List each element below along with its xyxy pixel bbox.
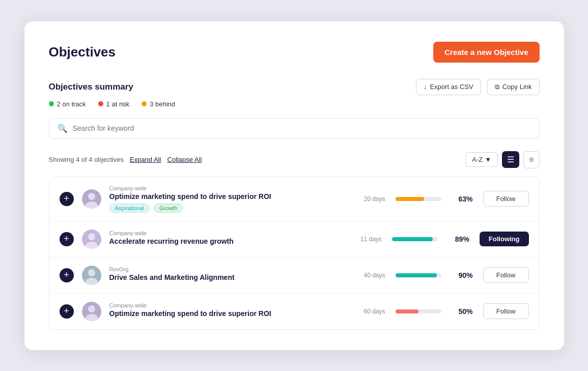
expand-all-link[interactable]: Expand All (130, 156, 161, 163)
objectives-list: + Company-wide Optimize marketing spend … (49, 177, 540, 330)
objective-org: Company-wide (109, 185, 353, 191)
progress-bar (396, 273, 437, 277)
follow-button[interactable]: Follow (483, 303, 529, 319)
objective-title: Optimize marketing spend to drive superi… (109, 309, 353, 318)
main-card: Objectives Create a new Objective Object… (24, 21, 564, 350)
avatar (82, 230, 101, 249)
objective-percent: 89% (448, 235, 469, 243)
progress-bar-wrap (396, 309, 441, 313)
svg-point-1 (86, 202, 98, 209)
summary-title: Objectives summary (49, 82, 133, 92)
copy-icon: ⧉ (495, 83, 499, 91)
svg-point-2 (88, 233, 95, 240)
objective-percent: 63% (452, 195, 473, 203)
list-view-button[interactable]: ≡ (523, 151, 539, 168)
collapse-all-link[interactable]: Collapse All (167, 156, 202, 163)
showing-text: Showing 4 of 4 objectives (49, 156, 124, 163)
objectives-summary: Objectives summary ↓ Export as CSV ⧉ Cop… (49, 79, 540, 108)
objective-org: Company-wide (109, 230, 349, 236)
svg-point-5 (86, 278, 98, 285)
objective-days: 11 days (357, 236, 382, 243)
summary-actions: ↓ Export as CSV ⧉ Copy Link (416, 79, 540, 95)
svg-point-7 (86, 314, 98, 321)
objective-info: Company-wide Accelerate recurring revenu… (109, 230, 349, 248)
objective-tags: AspirationalGrowth (109, 204, 353, 213)
tag-growth: Growth (154, 204, 183, 213)
tag-aspirational: Aspirational (109, 204, 150, 213)
objective-info: Company-wide Optimize marketing spend to… (109, 185, 353, 213)
add-objective-icon[interactable]: + (60, 192, 74, 206)
at-risk-stat: 1 at risk (98, 100, 130, 108)
svg-point-0 (88, 193, 95, 200)
objective-percent: 90% (452, 271, 473, 279)
summary-header: Objectives summary ↓ Export as CSV ⧉ Cop… (49, 79, 540, 95)
search-input[interactable] (73, 124, 531, 132)
behind-stat: 3 behind (142, 100, 175, 108)
download-icon: ↓ (424, 83, 427, 91)
avatar (82, 302, 101, 321)
at-risk-dot (98, 101, 103, 106)
search-icon: 🔍 (58, 124, 68, 133)
svg-point-4 (88, 269, 95, 276)
toolbar-right: A-Z ▼ ☰ ≡ (465, 151, 539, 168)
progress-bar-wrap (396, 273, 441, 277)
add-objective-icon[interactable]: + (60, 304, 74, 319)
sort-button[interactable]: A-Z ▼ (465, 152, 498, 167)
objective-info: Company-wide Optimize marketing spend to… (109, 302, 353, 321)
objective-info: RevOrg Drive Sales and Marketing Alignme… (109, 266, 353, 284)
table-row: + RevOrg Drive Sales and Marketing Align… (49, 258, 539, 294)
avatar (82, 266, 101, 285)
svg-point-3 (86, 242, 98, 249)
export-csv-button[interactable]: ↓ Export as CSV (416, 79, 481, 95)
chevron-down-icon: ▼ (485, 156, 491, 163)
toolbar: Showing 4 of 4 objectives Expand All Col… (49, 151, 540, 168)
summary-stats: 2 on track 1 at risk 3 behind (49, 100, 540, 108)
table-row: + Company-wide Optimize marketing spend … (49, 177, 539, 221)
objective-org: RevOrg (109, 266, 353, 272)
objective-percent: 50% (452, 307, 473, 316)
progress-bar-wrap (396, 197, 441, 201)
objective-days: 60 days (361, 308, 385, 315)
follow-button[interactable]: Follow (483, 191, 529, 207)
table-row: + Company-wide Accelerate recurring reve… (49, 221, 539, 258)
follow-button[interactable]: Follow (483, 267, 529, 283)
objective-meta: 40 days 90% Follow (361, 267, 529, 283)
svg-point-6 (88, 305, 95, 312)
on-track-dot (49, 101, 54, 106)
objective-meta: 20 days 63% Follow (361, 191, 529, 207)
add-objective-icon[interactable]: + (60, 232, 74, 246)
objective-org: Company-wide (109, 302, 353, 308)
on-track-stat: 2 on track (49, 100, 86, 108)
behind-dot (142, 101, 147, 106)
progress-bar (392, 237, 433, 241)
list-view-active-button[interactable]: ☰ (502, 151, 519, 168)
page-header: Objectives Create a new Objective (49, 42, 540, 63)
avatar (82, 189, 101, 209)
objective-title: Accelerate recurring revenue growth (109, 237, 349, 245)
toolbar-left: Showing 4 of 4 objectives Expand All Col… (49, 156, 202, 163)
progress-bar (396, 309, 418, 313)
objective-title: Optimize marketing spend to drive superi… (109, 192, 353, 201)
progress-bar-wrap (392, 237, 438, 241)
objective-title: Drive Sales and Marketing Alignment (109, 273, 353, 281)
following-button[interactable]: Following (480, 232, 529, 246)
table-row: + Company-wide Optimize marketing spend … (49, 294, 539, 329)
add-objective-icon[interactable]: + (60, 268, 74, 282)
copy-link-button[interactable]: ⧉ Copy Link (487, 79, 540, 95)
objective-days: 40 days (361, 272, 385, 279)
progress-bar (396, 197, 425, 201)
objective-days: 20 days (361, 195, 385, 203)
page-title: Objectives (49, 44, 116, 60)
objective-meta: 11 days 89% Following (357, 232, 529, 246)
create-objective-button[interactable]: Create a new Objective (433, 42, 539, 63)
objective-meta: 60 days 50% Follow (361, 303, 529, 319)
search-bar: 🔍 (49, 118, 540, 139)
